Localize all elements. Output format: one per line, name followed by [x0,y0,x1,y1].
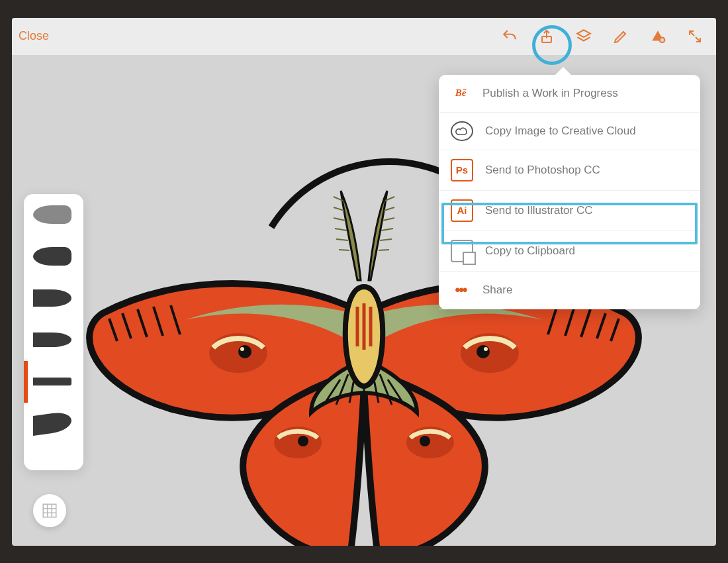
svg-rect-2 [43,504,56,517]
brush-marker[interactable] [24,361,83,403]
more-icon: ••• [451,280,471,300]
brush-tip-icon [33,333,71,347]
layers-icon[interactable] [574,27,593,46]
brush-tip-icon [33,247,71,266]
brush-tip-icon [33,411,71,436]
undo-icon[interactable] [500,27,519,46]
menu-item-creative-cloud[interactable]: Copy Image to Creative Cloud [439,113,700,150]
draw-icon[interactable] [612,27,630,46]
svg-point-1 [660,37,665,42]
svg-point-8 [484,347,488,351]
menu-item-photoshop[interactable]: Ps Send to Photoshop CC [439,150,700,191]
share-icon[interactable] [537,27,556,46]
svg-point-4 [238,345,251,358]
menu-item-label: Publish a Work in Progress [482,87,618,100]
share-menu: Bē Publish a Work in Progress Copy Image… [439,75,700,309]
brush-chisel[interactable] [24,403,83,444]
menu-item-label: Copy Image to Creative Cloud [485,125,636,138]
svg-point-12 [420,436,430,446]
toolbar-right [500,27,704,46]
app-window: Close Bē Publish a Wo [12,18,716,546]
menu-item-share-more[interactable]: ••• Share [439,272,700,309]
active-brush-indicator [24,361,28,403]
menu-item-illustrator[interactable]: Ai Send to Illustrator CC [439,191,700,231]
illustrator-icon: Ai [451,199,473,222]
brush-round-soft[interactable] [24,194,83,236]
shapes-icon[interactable] [649,27,667,46]
top-bar: Close [12,18,716,55]
fullscreen-icon[interactable] [686,27,704,46]
clipboard-icon [451,240,473,262]
photoshop-icon: Ps [451,159,473,181]
brush-tip-icon [33,289,71,307]
menu-item-behance[interactable]: Bē Publish a Work in Progress [439,75,700,113]
brush-round-hard[interactable] [24,236,83,278]
brush-tip-icon [33,205,71,224]
brush-taper-2[interactable] [24,319,83,361]
creative-cloud-icon [451,121,473,141]
behance-icon: Bē [451,83,471,103]
grid-icon [41,502,58,519]
svg-point-5 [240,347,244,351]
menu-item-label: Send to Illustrator CC [485,204,593,217]
svg-point-10 [298,436,308,446]
menu-item-label: Send to Photoshop CC [485,164,600,177]
brush-tip-icon [33,378,71,385]
menu-item-label: Copy to Clipboard [485,244,575,258]
svg-point-7 [477,345,490,358]
close-button[interactable]: Close [19,29,49,43]
brush-taper-1[interactable] [24,278,83,319]
brush-palette [24,194,83,470]
menu-item-label: Share [482,283,512,297]
menu-item-clipboard[interactable]: Copy to Clipboard [439,231,700,272]
grid-button[interactable] [33,494,66,527]
